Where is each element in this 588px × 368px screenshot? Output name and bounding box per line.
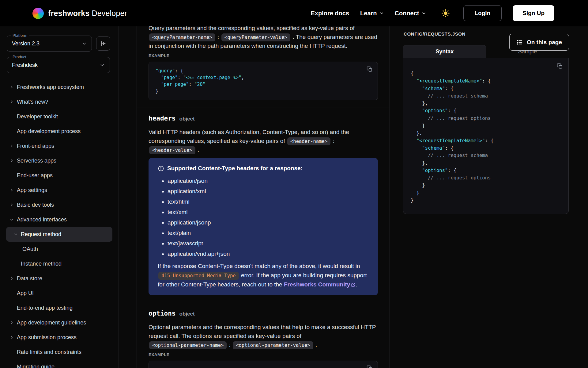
login-button[interactable]: Login bbox=[463, 5, 502, 21]
example-label: EXAMPLE bbox=[149, 352, 378, 357]
sidebar-item-freshworks-app-ecosystem[interactable]: Freshworks app ecosystem bbox=[6, 80, 112, 94]
product-value: Freshdesk bbox=[12, 62, 38, 68]
sidebar-item-advanced-interfaces[interactable]: Advanced interfaces bbox=[6, 212, 112, 227]
sidebar-item-data-store[interactable]: Data store bbox=[6, 271, 112, 286]
sidebar-item-app-submission-process[interactable]: App submission process bbox=[6, 330, 112, 345]
query-code-block: "query": { "page": "<%= context.page %>"… bbox=[149, 62, 378, 100]
copy-button[interactable] bbox=[367, 365, 373, 368]
options-heading: options bbox=[149, 310, 176, 317]
sidebar-item-app-development-guidelines[interactable]: App development guidelines bbox=[6, 315, 112, 330]
content-type-item: text/plain bbox=[168, 228, 369, 238]
sidebar-item-label: Basic dev tools bbox=[17, 202, 54, 208]
brand[interactable]: freshworksDeveloper bbox=[32, 8, 127, 19]
sidebar-item-basic-dev-tools[interactable]: Basic dev tools bbox=[6, 197, 112, 212]
inline-code-chip: <header-name> bbox=[287, 137, 330, 145]
headers-type: object bbox=[179, 116, 195, 122]
theme-toggle-button[interactable] bbox=[441, 9, 450, 17]
chevron-down-icon bbox=[422, 11, 426, 15]
collapse-sidebar-icon bbox=[100, 40, 106, 47]
tab-syntax[interactable]: Syntax bbox=[403, 45, 486, 58]
freshworks-community-link[interactable]: Freshworks Community bbox=[284, 281, 356, 288]
chevron-right-icon bbox=[9, 85, 17, 89]
sidebar-item-rate-limits-and-constraints[interactable]: Rate limits and constraints bbox=[6, 345, 112, 359]
copy-button[interactable] bbox=[367, 66, 373, 72]
main-content: Query parameters and the corresponding v… bbox=[137, 26, 390, 368]
content-type-item: application/json bbox=[168, 176, 369, 186]
sidebar-item-label: App development process bbox=[17, 128, 81, 135]
headers-section: headers object Valid HTTP headers (such … bbox=[137, 108, 390, 295]
sidebar-item-label: End-user apps bbox=[17, 172, 53, 179]
chevron-right-icon bbox=[9, 276, 17, 281]
sidebar-item-label: What's new? bbox=[17, 99, 48, 105]
sidebar-collapse-button[interactable] bbox=[96, 36, 110, 51]
options-type: object bbox=[179, 311, 195, 317]
nav-connect[interactable]: Connect bbox=[395, 10, 426, 17]
external-link-icon bbox=[351, 282, 356, 287]
chevron-right-icon bbox=[9, 320, 17, 325]
sidebar-item-instance-method[interactable]: Instance method bbox=[6, 256, 112, 271]
content-type-list: application/jsonapplication/xmltext/html… bbox=[161, 176, 369, 259]
sidebar-item-app-settings[interactable]: App settings bbox=[6, 183, 112, 197]
sidebar-nav: Freshworks app ecosystemWhat's new?Devel… bbox=[0, 80, 119, 368]
sidebar-item-app-development-process[interactable]: App development process bbox=[6, 124, 112, 139]
brand-suffix: Developer bbox=[92, 9, 127, 17]
nav-learn[interactable]: Learn bbox=[360, 10, 383, 17]
error-code-chip: 415-Unsupported Media Type bbox=[158, 272, 239, 280]
chevron-right-icon bbox=[9, 203, 17, 207]
inline-code-chip: <optional-parameter-value> bbox=[233, 341, 313, 349]
sidebar-item-label: Data store bbox=[17, 275, 42, 282]
sidebar-item-end-user-apps[interactable]: End-user apps bbox=[6, 168, 112, 183]
sidebar-item-label: Advanced interfaces bbox=[17, 217, 67, 223]
content-type-item: text/xml bbox=[168, 207, 369, 217]
sun-icon bbox=[441, 9, 450, 17]
sidebar-item-migration-guide[interactable]: Migration guide bbox=[6, 359, 112, 368]
left-gutter bbox=[119, 26, 137, 368]
chevron-right-icon bbox=[9, 100, 17, 104]
inline-code-chip: <queryParameter-name> bbox=[149, 33, 215, 41]
signup-button[interactable]: Sign Up bbox=[513, 5, 554, 21]
sidebar-item-serverless-apps[interactable]: Serverless apps bbox=[6, 153, 112, 168]
content-type-item: text/html bbox=[168, 197, 369, 207]
product-label: Product bbox=[11, 55, 28, 59]
options-description: Optional parameters and the correspondin… bbox=[149, 323, 378, 349]
chevron-down-icon bbox=[379, 11, 384, 15]
copy-icon bbox=[367, 365, 373, 368]
sidebar-item-label: App settings bbox=[17, 187, 47, 194]
sidebar-item-what-s-new[interactable]: What's new? bbox=[6, 94, 112, 109]
info-icon bbox=[158, 165, 164, 172]
on-this-page-button[interactable]: On this page bbox=[509, 34, 569, 51]
copy-icon bbox=[557, 63, 563, 69]
navbar-links: Explore docs Learn Connect Login Sign Up bbox=[311, 5, 554, 21]
options-section: options object Optional parameters and t… bbox=[137, 303, 390, 368]
platform-select[interactable]: Platform Version 2.3 bbox=[7, 36, 92, 52]
chevron-right-icon bbox=[9, 335, 17, 339]
sidebar-item-label: Serverless apps bbox=[17, 158, 56, 164]
content-type-item: application/xml bbox=[168, 186, 369, 197]
sidebar-item-app-ui[interactable]: App UI bbox=[6, 286, 112, 301]
query-section: Query parameters and the corresponding v… bbox=[137, 26, 390, 100]
sidebar: Platform Version 2.3 Product Freshdesk F… bbox=[0, 26, 119, 368]
sidebar-item-developer-toolkit[interactable]: Developer toolkit bbox=[6, 109, 112, 124]
inline-code-chip: <optional-parameter-name> bbox=[149, 341, 227, 349]
nav-explore-docs[interactable]: Explore docs bbox=[311, 10, 349, 17]
query-description: Query parameters and the corresponding v… bbox=[149, 26, 378, 50]
content-type-item: application/vnd.api+json bbox=[168, 249, 369, 259]
copy-icon bbox=[367, 66, 373, 72]
copy-button[interactable] bbox=[557, 63, 563, 69]
sidebar-item-label: Migration guide bbox=[17, 364, 55, 368]
content-type-item: text/javascript bbox=[168, 238, 369, 249]
sidebar-item-request-method[interactable]: Request method bbox=[6, 227, 112, 242]
sidebar-item-label: Freshworks app ecosystem bbox=[17, 84, 84, 90]
sidebar-item-label: Front-end apps bbox=[17, 143, 54, 149]
sidebar-item-front-end-apps[interactable]: Front-end apps bbox=[6, 139, 112, 153]
chevron-down-icon bbox=[100, 63, 105, 67]
inline-code-chip: <header-value> bbox=[149, 146, 195, 154]
callout-title: Supported Content-Type headers for a res… bbox=[158, 164, 369, 173]
chevron-down-icon bbox=[13, 232, 21, 236]
sidebar-item-oauth[interactable]: OAuth bbox=[6, 242, 112, 256]
list-icon bbox=[516, 39, 523, 46]
sidebar-item-label: OAuth bbox=[22, 246, 38, 252]
product-select[interactable]: Product Freshdesk bbox=[7, 57, 110, 73]
brand-name: freshworks bbox=[48, 9, 89, 17]
sidebar-item-end-to-end-app-testing[interactable]: End-to-end app testing bbox=[6, 301, 112, 315]
